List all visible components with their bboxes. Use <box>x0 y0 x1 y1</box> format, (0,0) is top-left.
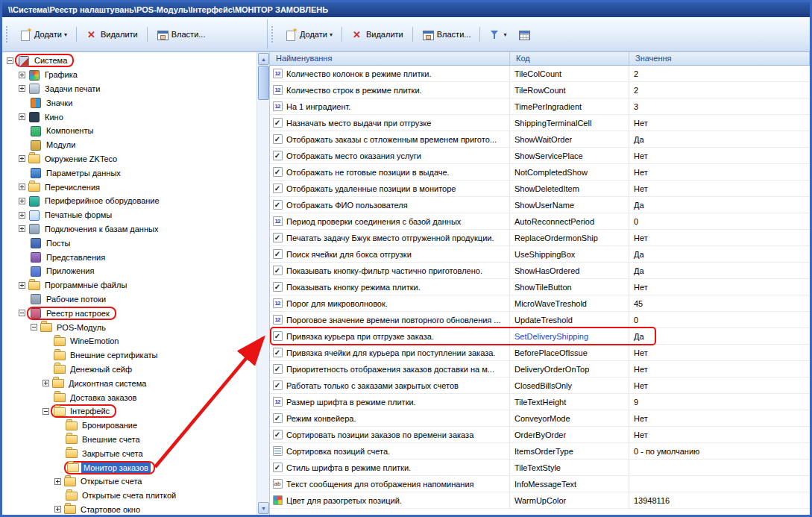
expand-icon[interactable] <box>19 113 25 120</box>
collapse-icon[interactable] <box>31 324 37 330</box>
table-row[interactable]: ✓Стиль шрифта в режиме плитки.TileTextSt… <box>270 460 810 476</box>
tree-item[interactable]: Денежный сейф <box>2 363 256 377</box>
tree-item[interactable]: Компоненты <box>2 124 256 138</box>
table-row[interactable]: ✓Отображать место оказания услугиShowSer… <box>270 148 810 164</box>
expand-icon[interactable] <box>19 282 25 289</box>
tree-item[interactable]: Внешние счета <box>2 433 256 447</box>
scroll-down-icon[interactable]: ▼ <box>258 502 269 514</box>
tree-item[interactable]: Монитор заказов <box>2 460 256 474</box>
tree-item[interactable]: Программные файлы <box>2 278 256 292</box>
table-row[interactable]: ✓Отображать заказы с отложенным временем… <box>270 131 810 148</box>
table-row[interactable]: abТекст сообщения для отображения напоми… <box>270 476 810 492</box>
table-row[interactable]: 12На 1 инградиент.TimePerIngradient3 <box>270 98 810 115</box>
table-row[interactable]: ✓Отображать удаленные позиции в мониторе… <box>270 181 810 197</box>
tree-item[interactable]: POS-Модуль <box>2 320 256 334</box>
expand-icon[interactable] <box>19 184 25 190</box>
tree-item[interactable]: Дисконтная система <box>2 376 256 390</box>
expand-icon[interactable] <box>19 72 25 78</box>
table-row[interactable]: ✓Приоритетность отображения заказов дост… <box>270 361 810 377</box>
table-row[interactable]: ✓Отображать не готовые позиции в выдаче.… <box>270 164 810 181</box>
number-icon: 12 <box>273 315 283 325</box>
delete-button[interactable]: Видалити <box>346 26 409 43</box>
tree-item[interactable]: Представления <box>2 250 256 264</box>
collapse-icon[interactable] <box>19 310 25 316</box>
tree-item[interactable]: Рабочие потоки <box>2 292 256 307</box>
table-row[interactable]: 12Пороговое значение времени повторного … <box>270 312 810 328</box>
column-header-name[interactable]: Найменування <box>270 52 510 65</box>
expand-icon[interactable] <box>19 198 25 204</box>
table-row[interactable]: 12Период проверки соединения с базой дан… <box>270 213 810 230</box>
tree-item[interactable]: Приложения <box>2 264 256 278</box>
tree-item[interactable]: Кино <box>2 110 256 124</box>
setting-value-cell: Нет <box>629 148 810 163</box>
table-row[interactable]: 12Количество колонок в режиме плитки.Til… <box>270 66 810 82</box>
tree-item[interactable]: Значки <box>2 95 256 110</box>
tree-item[interactable]: Стартовое окно <box>2 503 256 516</box>
tree-item[interactable]: Посты <box>2 236 256 250</box>
customize-button[interactable] <box>513 26 535 43</box>
tree-item[interactable]: Параметры данных <box>2 166 256 180</box>
check-icon: ✓ <box>273 249 283 259</box>
expand-icon[interactable] <box>19 155 25 162</box>
table-row[interactable]: 12Количество строк в режиме плитки.TileR… <box>270 82 810 98</box>
tree-item[interactable]: Модули <box>2 138 256 152</box>
table-row[interactable]: ✓Печатать задачу Бжук вместо отгруженной… <box>270 230 810 246</box>
check-icon: ✓ <box>273 348 283 357</box>
properties-button[interactable]: Власти... <box>151 26 211 43</box>
scrollbar-thumb[interactable] <box>258 66 269 100</box>
tree-item[interactable]: Внешние сертификаты <box>2 348 256 363</box>
tree-item[interactable]: Печатные формы <box>2 208 256 222</box>
table-row[interactable]: ✓Показывать кнопку режима плитки.ShowTil… <box>270 279 810 295</box>
table-row[interactable]: 12Размер шрифта в режиме плитки.TileText… <box>270 394 810 410</box>
tree-node: Бронирование <box>66 420 139 430</box>
expand-icon[interactable] <box>54 506 61 513</box>
table-row[interactable]: ✓Режим конвейера.ConveyorModeНет <box>270 410 810 427</box>
tree-item[interactable]: Открытые счета плиткой <box>2 489 256 503</box>
table-row[interactable]: ✓Назначать место выдачи при отгрузкеShip… <box>270 115 810 131</box>
table-row[interactable]: ✓Отображать ФИО пользователяShowUserName… <box>270 197 810 213</box>
collapse-icon[interactable] <box>43 408 49 415</box>
expand-icon[interactable] <box>54 478 61 485</box>
expand-icon[interactable] <box>19 85 25 92</box>
add-button[interactable]: Додати▾ <box>14 26 72 43</box>
table-row[interactable]: ✓Показывать кнопку-фильтр частично приго… <box>270 263 810 279</box>
expand-icon[interactable] <box>43 380 49 386</box>
tree-item[interactable]: Перечисления <box>2 180 256 194</box>
tree-item[interactable]: Задачи печати <box>2 82 256 96</box>
column-header-value[interactable]: Значення <box>629 52 810 65</box>
scroll-up-icon[interactable]: ▲ <box>258 53 269 65</box>
expand-icon[interactable] <box>19 212 25 219</box>
tree-item[interactable]: Открытые счета <box>2 474 256 489</box>
table-row[interactable]: ✓Поиск ячейки для бокса отгрузкиUseShipp… <box>270 246 810 263</box>
expand-icon[interactable] <box>19 225 25 232</box>
delete-button[interactable]: Видалити <box>81 26 143 43</box>
table-row[interactable]: 12Порог для микроволновок.MicroWaveTresh… <box>270 295 810 312</box>
tree-item[interactable]: Закрытые счета <box>2 446 256 460</box>
add-button[interactable]: Додати▾ <box>280 26 338 43</box>
tree-item[interactable]: Система <box>2 54 256 68</box>
table-row[interactable]: ✓Сортировать позиции заказов по времени … <box>270 427 810 443</box>
tree-scrollbar[interactable]: ▲ ▼ <box>256 52 269 515</box>
tree-item[interactable]: Доставка заказов <box>2 390 256 404</box>
filter-button[interactable]: ▾ <box>484 26 512 43</box>
tree-item[interactable]: Периферийное оборудование <box>2 194 256 208</box>
tree-item[interactable]: Бронирование <box>2 419 256 433</box>
properties-button[interactable]: Власти... <box>417 26 476 43</box>
table-row[interactable]: ✓Работать только с заказами закрытых сче… <box>270 377 810 394</box>
tree-node: Подключения к базам данных <box>28 224 160 234</box>
setting-type-cell: 12 <box>270 295 285 311</box>
table-row[interactable]: ✓Привязка ячейки для курьера при поступл… <box>270 345 810 361</box>
tree-item[interactable]: Подключения к базам данных <box>2 222 256 236</box>
column-header-code[interactable]: Код <box>510 52 629 65</box>
table-row[interactable]: Цвет для разогретых позиций.WarmUpColor1… <box>270 492 810 509</box>
table-row[interactable]: ✓Привязка курьера при отгрузке заказа.Se… <box>270 328 810 345</box>
setting-value-cell: Да <box>629 328 810 344</box>
check-icon: ✓ <box>273 364 283 374</box>
tree-item[interactable]: Окружение ZKTeco <box>2 152 256 166</box>
tree-item[interactable]: WineEmotion <box>2 334 256 348</box>
collapse-icon[interactable] <box>7 57 13 64</box>
table-row[interactable]: Сортировка позиций счета.ItemsOrderType0… <box>270 443 810 460</box>
tree-item[interactable]: Реестр настроек <box>2 306 256 320</box>
tree-item[interactable]: Інтерфейс <box>2 404 256 419</box>
tree-item[interactable]: Графика <box>2 68 256 82</box>
